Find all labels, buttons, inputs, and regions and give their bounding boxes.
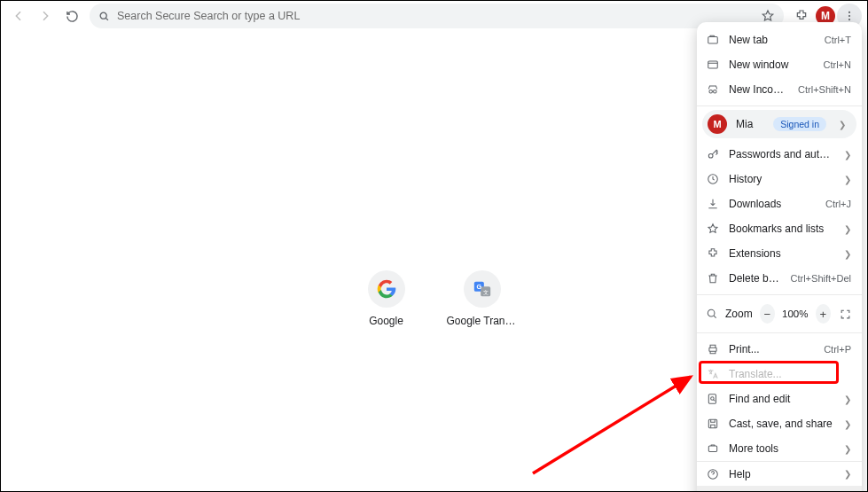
svg-text:文: 文 — [483, 289, 489, 295]
chevron-right-icon: ❯ — [844, 249, 851, 259]
menu-label: Print... — [729, 343, 815, 355]
svg-text:G: G — [476, 283, 481, 291]
menu-print[interactable]: Print... Ctrl+P — [697, 337, 862, 362]
shortcut-text: Ctrl+N — [824, 59, 851, 70]
svg-point-0 — [100, 12, 106, 19]
zoom-label: Zoom — [725, 308, 753, 320]
download-icon — [706, 198, 720, 210]
menu-downloads[interactable]: Downloads Ctrl+J — [697, 191, 862, 216]
chevron-right-icon: ❯ — [844, 175, 851, 184]
svg-rect-18 — [708, 419, 716, 427]
zoom-icon — [706, 308, 718, 320]
menu-label: New Incognito window — [729, 83, 789, 96]
menu-label: Bookmarks and lists — [729, 223, 835, 235]
menu-label: Passwords and autofill — [729, 148, 835, 160]
window-icon — [706, 59, 720, 71]
menu-more-tools[interactable]: More tools ❯ — [697, 436, 862, 461]
zoom-out-button[interactable]: − — [760, 304, 775, 324]
incognito-icon — [706, 83, 720, 96]
translate-icon: G文 — [464, 270, 501, 308]
menu-history[interactable]: History ❯ — [697, 167, 862, 191]
address-placeholder: Search Secure Search or type a URL — [117, 10, 300, 22]
menu-new-tab[interactable]: New tab Ctrl+T — [697, 27, 862, 52]
menu-label: Cast, save, and share — [729, 418, 835, 430]
menu-settings[interactable]: Settings — [697, 486, 862, 492]
svg-point-2 — [848, 15, 850, 17]
menu-new-window[interactable]: New window Ctrl+N — [697, 52, 862, 77]
svg-point-3 — [848, 19, 850, 20]
shortcuts-row: Google G文 Google Transl... — [351, 270, 518, 327]
chevron-right-icon: ❯ — [844, 444, 851, 454]
history-icon — [706, 173, 720, 185]
google-icon — [368, 270, 405, 308]
svg-rect-19 — [708, 446, 716, 451]
menu-profile[interactable]: M Mia Signed in ❯ — [702, 110, 856, 138]
menu-label: Downloads — [729, 198, 817, 210]
puzzle-icon — [706, 247, 720, 260]
zoom-in-button[interactable]: + — [816, 304, 831, 324]
menu-help[interactable]: Help ❯ — [697, 461, 862, 486]
svg-point-1 — [848, 12, 850, 13]
find-icon — [706, 393, 720, 405]
menu-translate: Translate... — [697, 362, 862, 387]
svg-rect-8 — [708, 37, 718, 44]
key-icon — [706, 148, 720, 160]
svg-point-12 — [708, 153, 713, 158]
menu-label: Help — [729, 468, 835, 480]
chrome-menu: New tab Ctrl+T New window Ctrl+N New Inc… — [697, 22, 862, 492]
shortcut-text: Ctrl+Shift+N — [798, 84, 851, 95]
address-bar[interactable]: Search Secure Search or type a URL — [90, 4, 784, 28]
chevron-right-icon: ❯ — [844, 419, 851, 429]
reload-button[interactable] — [59, 4, 84, 28]
menu-find-edit[interactable]: Find and edit ❯ — [697, 387, 862, 411]
menu-delete-browsing-data[interactable]: Delete browsing data... Ctrl+Shift+Del — [697, 266, 862, 291]
shortcut-text: Ctrl+J — [825, 199, 851, 209]
menu-label: New window — [729, 59, 815, 71]
shortcut-text: Ctrl+P — [824, 344, 851, 355]
menu-label: Extensions — [729, 247, 835, 260]
shortcut-text: Ctrl+T — [825, 35, 851, 45]
svg-point-14 — [708, 309, 715, 316]
chevron-right-icon: ❯ — [844, 394, 851, 404]
search-icon — [98, 11, 110, 22]
menu-label: History — [729, 173, 835, 185]
menu-bookmarks[interactable]: Bookmarks and lists ❯ — [697, 216, 862, 241]
shortcut-label: Google Transl... — [447, 315, 518, 327]
chevron-right-icon: ❯ — [844, 469, 851, 479]
fullscreen-icon[interactable] — [838, 304, 853, 324]
svg-rect-9 — [708, 61, 718, 68]
forward-button[interactable] — [33, 4, 58, 28]
shortcut-google[interactable]: Google — [351, 270, 422, 327]
star-icon — [706, 223, 720, 235]
svg-point-11 — [714, 90, 717, 94]
chevron-right-icon: ❯ — [844, 224, 851, 234]
back-button[interactable] — [6, 4, 31, 28]
save-icon — [706, 418, 720, 430]
menu-new-incognito[interactable]: New Incognito window Ctrl+Shift+N — [697, 77, 862, 102]
menu-label: Delete browsing data... — [729, 272, 782, 285]
menu-extensions[interactable]: Extensions ❯ — [697, 241, 862, 266]
svg-rect-15 — [709, 348, 716, 351]
chevron-right-icon: ❯ — [844, 150, 851, 160]
translate-icon — [706, 368, 720, 380]
menu-cast-save-share[interactable]: Cast, save, and share ❯ — [697, 411, 862, 436]
profile-avatar-icon: M — [708, 114, 727, 134]
menu-passwords[interactable]: Passwords and autofill ❯ — [697, 142, 862, 167]
menu-label: New tab — [729, 34, 816, 46]
zoom-value: 100% — [782, 308, 809, 319]
tools-icon — [706, 442, 720, 455]
menu-label: More tools — [729, 442, 835, 455]
menu-zoom: Zoom − 100% + — [697, 299, 862, 329]
shortcut-label: Google — [369, 315, 403, 327]
chevron-right-icon: ❯ — [839, 120, 846, 129]
menu-label: Translate... — [729, 368, 851, 380]
profile-name: Mia — [736, 118, 764, 130]
print-icon — [706, 343, 720, 355]
menu-label: Find and edit — [729, 393, 835, 405]
shortcut-google-translate[interactable]: G文 Google Transl... — [447, 270, 518, 327]
bookmark-star-icon[interactable] — [761, 9, 775, 23]
signed-in-badge: Signed in — [773, 117, 826, 131]
shortcut-text: Ctrl+Shift+Del — [791, 273, 851, 284]
svg-point-10 — [709, 90, 713, 94]
avatar-initial: M — [821, 10, 830, 22]
